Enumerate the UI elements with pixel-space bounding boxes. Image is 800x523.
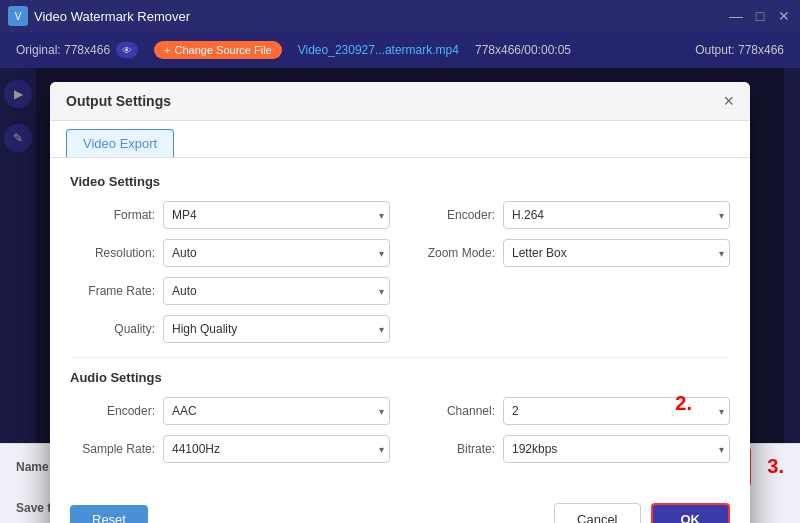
source-filename: Video_230927...atermark.mp4: [298, 43, 459, 57]
dialog-header: Output Settings ×: [50, 82, 750, 121]
channel-select-wrapper: 2 ▾: [503, 397, 730, 425]
sample-rate-select[interactable]: 44100Hz: [163, 435, 390, 463]
zoom-mode-row: Zoom Mode: Letter Box ▾: [410, 239, 730, 267]
original-label: Original: 778x466: [16, 43, 110, 57]
frame-rate-label: Frame Rate:: [70, 284, 155, 298]
audio-settings-grid: Encoder: AAC ▾ Channel: 2: [70, 397, 730, 463]
sample-rate-row: Sample Rate: 44100Hz ▾: [70, 435, 390, 463]
badge-2: 2.: [675, 392, 692, 415]
channel-select[interactable]: 2: [503, 397, 730, 425]
format-select-wrapper: MP4 ▾: [163, 201, 390, 229]
audio-settings-title: Audio Settings: [70, 370, 730, 385]
frame-rate-select-wrapper: Auto ▾: [163, 277, 390, 305]
quality-select[interactable]: High Quality: [163, 315, 390, 343]
format-row: Format: MP4 ▾: [70, 201, 390, 229]
empty-cell: [410, 277, 730, 305]
tab-bar: Video Export: [50, 121, 750, 158]
title-bar: V Video Watermark Remover — □ ✕: [0, 0, 800, 32]
encoder-select[interactable]: H.264: [503, 201, 730, 229]
resolution-select[interactable]: Auto: [163, 239, 390, 267]
dialog-body: Video Settings Format: MP4 ▾ Encoder:: [50, 158, 750, 493]
app-title: Video Watermark Remover: [34, 9, 728, 24]
eye-icon[interactable]: 👁: [116, 42, 138, 58]
zoom-mode-select[interactable]: Letter Box: [503, 239, 730, 267]
tab-video-export[interactable]: Video Export: [66, 129, 174, 157]
frame-rate-row: Frame Rate: Auto ▾: [70, 277, 390, 305]
change-source-button[interactable]: + Change Source File: [154, 41, 282, 59]
cancel-button[interactable]: Cancel: [554, 503, 640, 523]
output-info: Output: 778x466: [695, 43, 784, 57]
reset-button[interactable]: Reset: [70, 505, 148, 523]
sample-rate-select-wrapper: 44100Hz ▾: [163, 435, 390, 463]
frame-rate-select[interactable]: Auto: [163, 277, 390, 305]
minimize-button[interactable]: —: [728, 8, 744, 24]
main-area: Original: 778x466 👁 + Change Source File…: [0, 32, 800, 523]
plus-icon: +: [164, 44, 170, 56]
zoom-mode-select-wrapper: Letter Box ▾: [503, 239, 730, 267]
audio-encoder-row: Encoder: AAC ▾: [70, 397, 390, 425]
original-info: Original: 778x466 👁: [16, 42, 138, 58]
bitrate-select-wrapper: 192kbps ▾: [503, 435, 730, 463]
format-label: Format:: [70, 208, 155, 222]
bitrate-select[interactable]: 192kbps: [503, 435, 730, 463]
channel-label: Channel:: [410, 404, 495, 418]
dialog-title: Output Settings: [66, 93, 171, 109]
quality-row: Quality: High Quality ▾: [70, 315, 390, 343]
section-divider: [70, 357, 730, 358]
encoder-row: Encoder: H.264 ▾: [410, 201, 730, 229]
audio-encoder-label: Encoder:: [70, 404, 155, 418]
resolution-row: Resolution: Auto ▾: [70, 239, 390, 267]
video-settings-grid: Format: MP4 ▾ Encoder: H.264: [70, 201, 730, 343]
sample-rate-label: Sample Rate:: [70, 442, 155, 456]
video-settings-title: Video Settings: [70, 174, 730, 189]
badge-3: 3.: [767, 455, 784, 478]
source-dimensions: 778x466/00:00:05: [475, 43, 571, 57]
bitrate-row: Bitrate: 192kbps ▾: [410, 435, 730, 463]
maximize-button[interactable]: □: [752, 8, 768, 24]
format-select[interactable]: MP4: [163, 201, 390, 229]
audio-encoder-select[interactable]: AAC: [163, 397, 390, 425]
name-label: Name:: [16, 460, 53, 474]
bitrate-label: Bitrate:: [410, 442, 495, 456]
app-logo: V: [8, 6, 28, 26]
zoom-mode-label: Zoom Mode:: [410, 246, 495, 260]
resolution-label: Resolution:: [70, 246, 155, 260]
encoder-label: Encoder:: [410, 208, 495, 222]
ok-button[interactable]: OK: [651, 503, 731, 523]
encoder-select-wrapper: H.264 ▾: [503, 201, 730, 229]
window-controls: — □ ✕: [728, 8, 792, 24]
resolution-select-wrapper: Auto ▾: [163, 239, 390, 267]
audio-encoder-select-wrapper: AAC ▾: [163, 397, 390, 425]
info-bar: Original: 778x466 👁 + Change Source File…: [0, 32, 800, 68]
dialog-footer: Reset Cancel OK: [50, 493, 750, 523]
dialog-close-button[interactable]: ×: [723, 92, 734, 110]
quality-label: Quality:: [70, 322, 155, 336]
quality-select-wrapper: High Quality ▾: [163, 315, 390, 343]
output-settings-dialog: Output Settings × Video Export Video Set…: [50, 82, 750, 523]
close-button[interactable]: ✕: [776, 8, 792, 24]
dialog-action-buttons: Cancel OK: [554, 503, 730, 523]
